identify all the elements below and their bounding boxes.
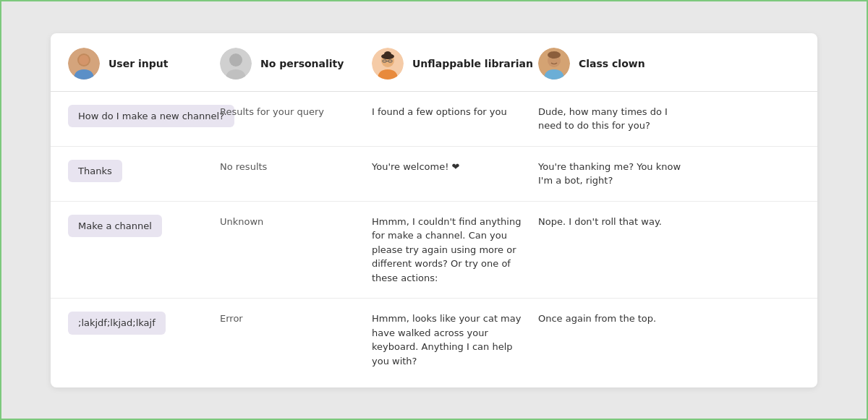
clown-cell: You're thanking me? You know I'm a bot, … — [538, 160, 705, 188]
user-input-cell: ;lakjdf;lkjad;lkajf — [68, 312, 220, 335]
no-personality-cell: Results for your query — [220, 105, 372, 119]
header-row: User input No personality — [51, 33, 817, 92]
user-bubble: Make a channel — [68, 215, 162, 238]
table-row: How do I make a new channel? Results for… — [51, 92, 817, 147]
col-header-no-personality: No personality — [220, 48, 372, 80]
col-header-clown-label: Class clown — [579, 58, 645, 69]
no-personality-cell: Unknown — [220, 215, 372, 229]
svg-point-14 — [548, 51, 561, 59]
user-bubble: ;lakjdf;lkjad;lkajf — [68, 312, 166, 335]
svg-point-8 — [381, 53, 394, 59]
col-header-librarian: Unflappable librarian — [372, 48, 538, 80]
table-row: ;lakjdf;lkjad;lkajf Error Hmmm, looks li… — [51, 299, 817, 381]
svg-point-2 — [79, 55, 89, 65]
librarian-cell: Hmmm, looks like your cat may have walke… — [372, 312, 538, 368]
user-bubble: Thanks — [68, 160, 122, 183]
librarian-cell: You're welcome! ❤️ — [372, 160, 538, 174]
user-input-cell: Make a channel — [68, 215, 220, 238]
avatar-no-personality — [220, 48, 252, 80]
user-input-cell: Thanks — [68, 160, 220, 183]
librarian-cell: Hmmm, I couldn't find anything for make … — [372, 215, 538, 286]
clown-cell: Dude, how many times do I need to do thi… — [538, 105, 705, 133]
user-input-cell: How do I make a new channel? — [68, 105, 220, 128]
col-header-user-input-label: User input — [109, 58, 168, 69]
main-card: User input No personality — [51, 33, 817, 387]
col-header-clown: Class clown — [538, 48, 705, 80]
svg-point-4 — [229, 53, 242, 67]
avatar-user-input — [68, 48, 100, 80]
col-header-librarian-label: Unflappable librarian — [412, 58, 533, 69]
no-personality-cell: Error — [220, 312, 372, 326]
no-personality-cell: No results — [220, 160, 372, 174]
avatar-librarian — [372, 48, 404, 80]
col-header-no-personality-label: No personality — [260, 58, 344, 69]
clown-cell: Nope. I don't roll that way. — [538, 215, 705, 229]
col-header-user-input: User input — [68, 48, 220, 80]
clown-cell: Once again from the top. — [538, 312, 705, 326]
user-bubble: How do I make a new channel? — [68, 105, 234, 128]
avatar-clown — [538, 48, 570, 80]
table-row: Make a channel Unknown Hmmm, I couldn't … — [51, 202, 817, 299]
librarian-cell: I found a few options for you — [372, 105, 538, 119]
comparison-table: User input No personality — [51, 33, 817, 382]
table-row: Thanks No results You're welcome! ❤️ You… — [51, 147, 817, 202]
